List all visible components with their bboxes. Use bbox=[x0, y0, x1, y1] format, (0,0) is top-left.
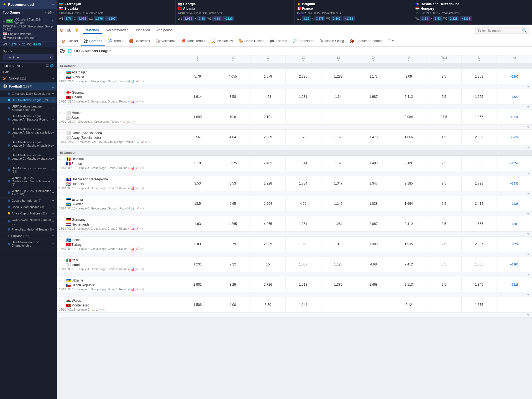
list-icon[interactable]: ≡ bbox=[140, 247, 141, 250]
odd-cell[interactable]: 1.264 bbox=[321, 216, 356, 231]
odd-cell[interactable]: 1.37 bbox=[321, 156, 356, 171]
odd-cell[interactable]: 3.5 bbox=[426, 257, 462, 272]
tab-more[interactable]: ☰ ▾ bbox=[385, 37, 397, 46]
copy-icon[interactable]: ⎘ bbox=[142, 187, 144, 190]
odd-cell[interactable]: 2.185 bbox=[391, 176, 426, 191]
odd-cell[interactable]: 2.113 bbox=[391, 277, 426, 292]
sidebar-recommended-header[interactable]: ★ Recommended ▾ bbox=[0, 0, 57, 9]
odd-cell[interactable]: 2.462 bbox=[250, 156, 286, 171]
odd-cell[interactable]: 5.76 bbox=[180, 69, 215, 84]
sub-item-league-a-matchday[interactable]: UEFA Nations League. League A. Matchday … bbox=[0, 126, 57, 139]
tab-volleyball[interactable]: 🏐 Volleyball bbox=[153, 37, 178, 46]
odd-cell[interactable]: 1.34 bbox=[321, 89, 356, 104]
odd-cell[interactable]: +1328 bbox=[497, 277, 532, 292]
odd-cell[interactable]: 4.265 bbox=[215, 216, 250, 231]
stats-icon[interactable]: 📈 bbox=[127, 120, 130, 123]
stats-icon[interactable]: 📈 bbox=[135, 187, 139, 190]
fav-icon[interactable]: ☆ bbox=[62, 91, 65, 94]
odd-cell[interactable]: 1.914 bbox=[180, 89, 215, 104]
list-view-icon[interactable]: ☰ bbox=[46, 64, 49, 68]
odd-cell[interactable]: 1.868 bbox=[286, 237, 321, 252]
tab-2nd-period[interactable]: 2nd period bbox=[154, 27, 175, 34]
featured-fav-icon[interactable]: ☆ bbox=[51, 20, 54, 23]
odd-cell[interactable]: 2.191 bbox=[250, 109, 286, 124]
chart-icon[interactable]: 📊 bbox=[131, 167, 134, 170]
tab-horseracing[interactable]: 🐎 Horse Racing bbox=[236, 37, 267, 46]
w1-value[interactable]: 1.176 bbox=[9, 43, 17, 46]
odd-cell[interactable]: 2.087 bbox=[356, 216, 391, 231]
filter-button[interactable]: ☰ All time ▾ bbox=[3, 54, 54, 60]
tab-tennis[interactable]: 🎾 Tennis bbox=[105, 37, 126, 46]
tab-football[interactable]: ⚽ Football bbox=[81, 37, 105, 46]
odd-cell[interactable]: 2.5 bbox=[426, 196, 462, 211]
sub-item-africa-cup[interactable]: Africa Cup of Nations (22) ▾ bbox=[0, 210, 57, 217]
odd-cell[interactable]: 1.935 bbox=[391, 237, 426, 252]
sub-item-enhanced[interactable]: Enhanced Daily Specials (4) ▾ bbox=[0, 91, 57, 97]
stats-icon[interactable]: 📈 bbox=[135, 268, 139, 271]
odd-cell[interactable]: 2.726 bbox=[250, 277, 286, 292]
odd-cell[interactable]: 3.79 bbox=[215, 237, 250, 252]
odd-cell[interactable]: 3.19 bbox=[180, 156, 215, 171]
odd-cell[interactable]: 6.65 bbox=[215, 196, 250, 211]
prev-arrow[interactable]: ‹ bbox=[45, 11, 46, 14]
odd-cell[interactable]: 1.665 bbox=[462, 89, 497, 104]
odd-cell[interactable]: 7.32 bbox=[215, 257, 250, 272]
copy-icon[interactable]: ⎘ bbox=[103, 308, 105, 311]
sub-item-euro-u21[interactable]: UEFA European U21 Championship ▾ bbox=[0, 239, 57, 249]
odd-cell[interactable]: +1352 bbox=[497, 156, 532, 171]
copy-icon[interactable]: ⎘ bbox=[148, 140, 150, 144]
stats-icon[interactable]: 📈 bbox=[141, 140, 144, 144]
stats-icon[interactable]: 📈 bbox=[96, 308, 99, 311]
fav-icon[interactable]: ☆ bbox=[62, 278, 65, 282]
expand-button[interactable]: ▾ bbox=[526, 171, 531, 175]
odd-cell[interactable]: 3.29 bbox=[215, 277, 250, 292]
tab-matches[interactable]: Matches bbox=[83, 27, 102, 34]
odd-cell[interactable]: 1.734 bbox=[286, 176, 321, 191]
odd-cell[interactable]: 3.5 bbox=[426, 216, 462, 231]
odd-cell[interactable]: 2.039 bbox=[250, 237, 286, 252]
odd-cell[interactable]: 15 bbox=[250, 257, 286, 272]
odd-cell[interactable]: 1.863 bbox=[462, 69, 497, 84]
odd-cell[interactable]: 1.664 bbox=[391, 196, 426, 211]
odd-cell[interactable]: 2.901 bbox=[180, 277, 215, 292]
expand-button[interactable]: ▾ bbox=[526, 272, 531, 277]
odd-cell[interactable]: +1338 bbox=[497, 176, 532, 191]
expand-button[interactable]: ▾ bbox=[526, 145, 531, 149]
odd-cell[interactable]: +1282 bbox=[497, 257, 532, 272]
chart-icon[interactable]: 📊 bbox=[131, 80, 134, 83]
expand-button[interactable]: ▾ bbox=[526, 313, 531, 317]
odd-cell[interactable]: 2.412 bbox=[391, 257, 426, 272]
odd-cell[interactable]: 1.665 bbox=[462, 216, 497, 231]
football-icon[interactable]: ⚽ bbox=[67, 29, 71, 32]
fav-icon[interactable]: ☆ bbox=[62, 157, 65, 161]
odd-cell[interactable]: +1383 bbox=[497, 216, 532, 231]
chart-icon[interactable]: 📊 bbox=[122, 120, 126, 123]
sub-item-concacaf[interactable]: CONCACAF Nations League (9) ▾ bbox=[0, 217, 57, 226]
tab-recommended[interactable]: Recommended bbox=[103, 27, 131, 34]
odd-cell[interactable]: 1.347 bbox=[356, 176, 391, 191]
fav-icon[interactable]: ☆ bbox=[62, 299, 65, 303]
chart-icon[interactable]: 📊 bbox=[131, 207, 134, 210]
fav-icon[interactable]: ☆ bbox=[62, 177, 65, 181]
list-icon[interactable]: ≡ bbox=[140, 80, 142, 83]
odd-cell[interactable]: +1320 bbox=[497, 89, 532, 104]
sub-item-copa-lib[interactable]: Copa Libertadores (2) ▾ bbox=[0, 198, 57, 204]
odd-cell[interactable]: 2.09 bbox=[391, 69, 426, 84]
odd-cell[interactable]: +558 bbox=[497, 109, 532, 124]
sub-item-league-c-matchday[interactable]: UEFA Nations League. League C. Matchday … bbox=[0, 152, 57, 165]
x-value[interactable]: 25 bbox=[22, 43, 25, 46]
sub-item-special-bets[interactable]: UEFA Nations League. Special Bets (14) ▾ bbox=[0, 103, 57, 113]
list-icon[interactable]: ≡ bbox=[145, 140, 147, 144]
odd-cell[interactable]: 1.037 bbox=[286, 257, 321, 272]
chart-icon[interactable]: 📊 bbox=[131, 268, 134, 271]
copy-icon[interactable]: ⎘ bbox=[142, 227, 144, 230]
tab-cricket[interactable]: 🏏 Cricket bbox=[59, 37, 81, 46]
odd-cell[interactable]: 2.561 bbox=[180, 130, 215, 145]
odd-cell[interactable]: +1228 bbox=[497, 196, 532, 211]
expand-button[interactable]: ▾ bbox=[526, 105, 531, 109]
odd-cell[interactable]: 2.5 bbox=[426, 69, 462, 84]
chart-icon[interactable]: 📊 bbox=[131, 247, 134, 250]
odd-cell[interactable]: 1.038 bbox=[356, 196, 391, 211]
stats-icon[interactable]: 📈 bbox=[135, 247, 139, 250]
list-icon[interactable]: ≡ bbox=[140, 100, 141, 103]
